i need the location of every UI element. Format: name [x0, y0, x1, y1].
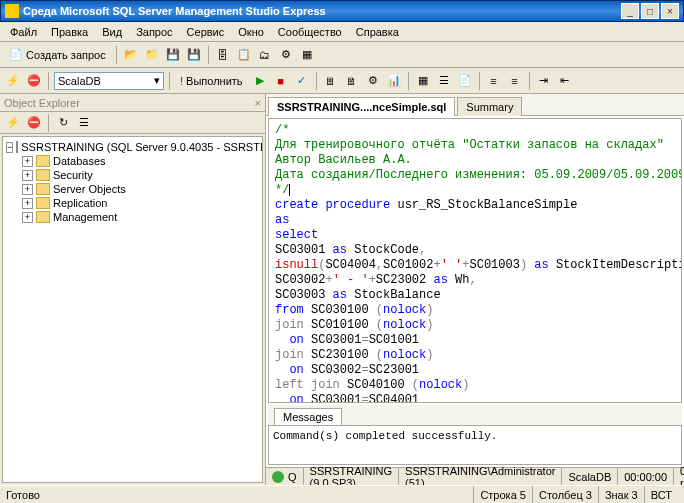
text-icon[interactable]: ☰ [435, 72, 453, 90]
execute-label: Выполнить [186, 75, 242, 87]
status-char: Знак 3 [598, 486, 644, 503]
outdent-icon[interactable]: ⇤ [556, 72, 574, 90]
tree-management[interactable]: + Management [22, 210, 259, 224]
tree-label: Management [53, 211, 117, 223]
database-value: ScalaDB [58, 75, 101, 87]
plan-icon[interactable]: 🗏 [322, 72, 340, 90]
save-all-icon[interactable]: 💾 [185, 46, 203, 64]
messages-tab[interactable]: Messages [274, 408, 342, 425]
object-explorer-title: Object Explorer × [0, 94, 265, 112]
expand-icon[interactable]: + [22, 212, 33, 223]
expand-icon[interactable]: + [22, 170, 33, 181]
expand-icon[interactable]: + [22, 184, 33, 195]
app-statusbar: Готово Строка 5 Столбец 3 Знак 3 ВСТ [0, 485, 684, 503]
parse-icon[interactable]: ▶ [251, 72, 269, 90]
tree-label: Server Objects [53, 183, 126, 195]
status-ins: ВСТ [644, 486, 678, 503]
tree-replication[interactable]: + Replication [22, 196, 259, 210]
tree-server-objects[interactable]: + Server Objects [22, 182, 259, 196]
maximize-button[interactable]: □ [641, 3, 659, 19]
uncomment-icon[interactable]: ≡ [506, 72, 524, 90]
file-icon[interactable]: 📄 [456, 72, 474, 90]
stop-icon[interactable]: ■ [272, 72, 290, 90]
new-query-icon: 📄 [9, 48, 23, 61]
panel-close-icon[interactable]: × [255, 97, 261, 109]
act-icon[interactable]: ⚙ [277, 46, 295, 64]
menubar: Файл Правка Вид Запрос Сервис Окно Сообщ… [0, 22, 684, 42]
status-time: 00:00:00 [617, 468, 673, 485]
new-query-button[interactable]: 📄 Создать запрос [4, 46, 111, 63]
collapse-icon[interactable]: − [6, 142, 13, 153]
db-icon[interactable]: 🗄 [214, 46, 232, 64]
status-ready: Готово [6, 489, 40, 501]
menu-query[interactable]: Запрос [130, 24, 178, 40]
comment-icon[interactable]: ≡ [485, 72, 503, 90]
indent-icon[interactable]: ⇥ [535, 72, 553, 90]
folder-icon[interactable]: 📁 [143, 46, 161, 64]
status-user: SSRSTRAINING\Administrator (51) [398, 468, 561, 485]
grid-icon[interactable]: ▦ [414, 72, 432, 90]
tree-server-node[interactable]: − SSRSTRAINING (SQL Server 9.0.4035 - SS… [6, 140, 259, 154]
tbl-icon[interactable]: ▦ [298, 46, 316, 64]
execute-button[interactable]: ! Выполнить [175, 73, 248, 89]
object-explorer-label: Object Explorer [4, 97, 80, 109]
open-icon[interactable]: 📂 [122, 46, 140, 64]
menu-help[interactable]: Справка [350, 24, 405, 40]
tab-label: SSRSTRAINING....nceSimple.sql [277, 101, 446, 113]
menu-window[interactable]: Окно [232, 24, 270, 40]
oe-connect-icon[interactable]: ⚡ [4, 114, 22, 132]
oe-filter-icon[interactable]: ☰ [75, 114, 93, 132]
execute-icon: ! [180, 75, 183, 87]
status-line: Строка 5 [473, 486, 532, 503]
minimize-button[interactable]: _ [621, 3, 639, 19]
tree-label: Replication [53, 197, 107, 209]
status-db: ScalaDB [561, 468, 617, 485]
database-combo[interactable]: ScalaDB ▾ [54, 72, 164, 90]
close-button[interactable]: × [661, 3, 679, 19]
folder-icon [36, 197, 50, 209]
titlebar: Среда Microsoft SQL Server Management St… [0, 0, 684, 22]
toolbar-query: ⚡ ⛔ ScalaDB ▾ ! Выполнить ▶ ■ ✓ 🗏 🗎 ⚙ 📊 … [0, 68, 684, 94]
opt2-icon[interactable]: ⚙ [364, 72, 382, 90]
success-icon [272, 471, 284, 483]
opt3-icon[interactable]: 📊 [385, 72, 403, 90]
toolbar-main: 📄 Создать запрос 📂 📁 💾 💾 🗄 📋 🗂 ⚙ ▦ [0, 42, 684, 68]
folder-icon [36, 169, 50, 181]
status-col: Столбец 3 [532, 486, 598, 503]
tab-sql-file[interactable]: SSRSTRAINING....nceSimple.sql [268, 97, 455, 116]
menu-community[interactable]: Сообщество [272, 24, 348, 40]
menu-tools[interactable]: Сервис [181, 24, 231, 40]
messages-panel: Messages Command(s) completed successful… [268, 405, 682, 465]
opt1-icon[interactable]: 🗎 [343, 72, 361, 90]
oe-refresh-icon[interactable]: ↻ [54, 114, 72, 132]
save-icon[interactable]: 💾 [164, 46, 182, 64]
expand-icon[interactable]: + [22, 198, 33, 209]
menu-view[interactable]: Вид [96, 24, 128, 40]
object-explorer-toolbar: ⚡ ⛔ ↻ ☰ [0, 112, 265, 134]
messages-body[interactable]: Command(s) completed successfully. [268, 425, 682, 465]
editor-panel: SSRSTRAINING....nceSimple.sql Summary /*… [266, 94, 684, 485]
status-server: SSRSTRAINING (9.0 SP3) [303, 468, 399, 485]
editor-tabs: SSRSTRAINING....nceSimple.sql Summary [266, 94, 684, 116]
list-icon[interactable]: 🗂 [256, 46, 274, 64]
folder-icon [36, 183, 50, 195]
disconnect-icon[interactable]: ⛔ [25, 72, 43, 90]
object-tree[interactable]: − SSRSTRAINING (SQL Server 9.0.4035 - SS… [2, 136, 263, 483]
menu-file[interactable]: Файл [4, 24, 43, 40]
window-title: Среда Microsoft SQL Server Management St… [23, 5, 621, 17]
tree-label: Security [53, 169, 93, 181]
status-rows: 0 rows [673, 468, 684, 485]
tree-label: Databases [53, 155, 106, 167]
new-query-label: Создать запрос [26, 49, 106, 61]
tree-security[interactable]: + Security [22, 168, 259, 182]
oe-disconnect-icon[interactable]: ⛔ [25, 114, 43, 132]
prop-icon[interactable]: 📋 [235, 46, 253, 64]
menu-edit[interactable]: Правка [45, 24, 94, 40]
window-buttons: _ □ × [621, 3, 679, 19]
tab-summary[interactable]: Summary [457, 97, 522, 116]
expand-icon[interactable]: + [22, 156, 33, 167]
sql-editor[interactable]: /* Для тренировочного отчёта "Остатки за… [268, 118, 682, 403]
check-icon[interactable]: ✓ [293, 72, 311, 90]
tree-databases[interactable]: + Databases [22, 154, 259, 168]
connect-icon[interactable]: ⚡ [4, 72, 22, 90]
